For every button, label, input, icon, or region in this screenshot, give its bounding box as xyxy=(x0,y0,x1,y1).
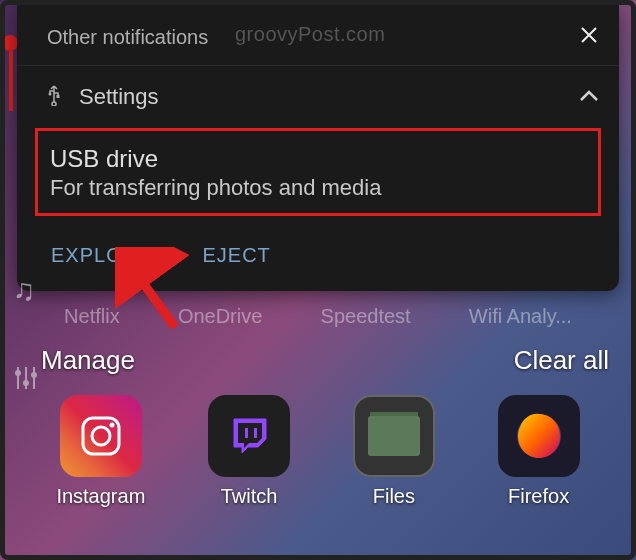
firefox-icon xyxy=(498,395,580,477)
usb-icon xyxy=(47,84,61,110)
app-label-instagram: Instagram xyxy=(56,485,145,508)
action-row: EXPLORE EJECT xyxy=(17,224,619,291)
twitch-icon xyxy=(208,395,290,477)
panel-title: Other notifications xyxy=(47,26,208,49)
clear-all-button[interactable]: Clear all xyxy=(514,345,609,376)
notification-panel: Other notifications Settings USB drive F… xyxy=(17,5,619,291)
explore-button[interactable]: EXPLORE xyxy=(51,244,152,267)
instagram-icon xyxy=(60,395,142,477)
app-label-onedrive: OneDrive xyxy=(178,305,262,328)
chevron-up-icon[interactable] xyxy=(579,88,599,106)
close-icon[interactable] xyxy=(579,23,599,51)
app-row: Instagram Twitch Files Firefox xyxy=(5,395,631,508)
svg-rect-8 xyxy=(245,428,248,438)
app-twitch[interactable]: Twitch xyxy=(208,395,290,508)
svg-point-3 xyxy=(23,380,29,386)
app-files[interactable]: Files xyxy=(353,395,435,508)
app-label-wifi: Wifi Analy... xyxy=(469,305,572,328)
app-label-files: Files xyxy=(373,485,415,508)
watermark-text: groovyPost.com xyxy=(235,23,385,46)
slider-track xyxy=(9,51,13,111)
files-icon xyxy=(353,395,435,477)
svg-rect-1 xyxy=(57,95,60,98)
app-label-twitch: Twitch xyxy=(221,485,278,508)
manage-button[interactable]: Manage xyxy=(41,345,135,376)
app-instagram[interactable]: Instagram xyxy=(56,395,145,508)
svg-point-0 xyxy=(49,93,52,96)
background-app-row-1: Netflix OneDrive Speedtest Wifi Analy... xyxy=(5,305,631,328)
slider-knob xyxy=(2,35,18,51)
usb-notification-highlight: USB drive For transferring photos and me… xyxy=(35,128,601,216)
music-note-icon: ♫ xyxy=(13,273,36,307)
app-firefox[interactable]: Firefox xyxy=(498,395,580,508)
svg-rect-9 xyxy=(254,428,257,438)
usb-title: USB drive xyxy=(50,145,586,173)
settings-row[interactable]: Settings xyxy=(17,66,619,124)
app-label-speedtest: Speedtest xyxy=(321,305,411,328)
svg-point-7 xyxy=(109,423,114,428)
settings-label: Settings xyxy=(79,84,159,110)
app-label-firefox: Firefox xyxy=(508,485,569,508)
eject-button[interactable]: EJECT xyxy=(202,244,270,267)
app-label-netflix: Netflix xyxy=(64,305,120,328)
manage-row: Manage Clear all xyxy=(5,345,631,376)
usb-subtitle: For transferring photos and media xyxy=(50,175,586,201)
svg-point-6 xyxy=(92,427,110,445)
